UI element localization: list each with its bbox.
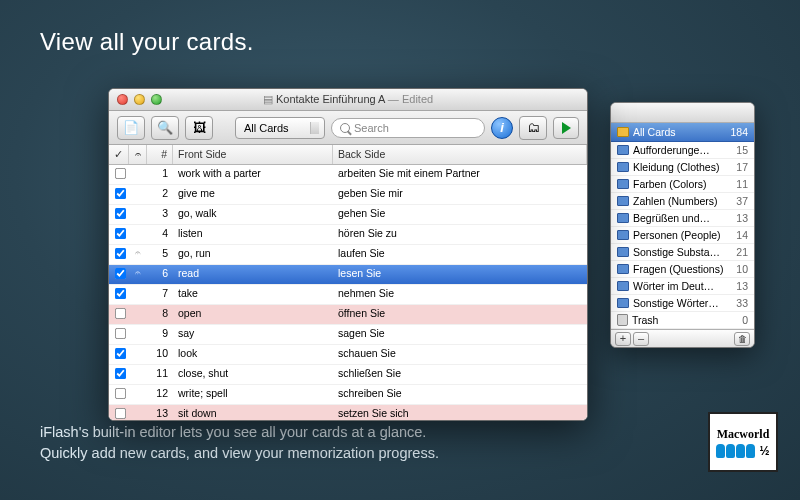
row-number: 6 (147, 265, 173, 284)
row-front[interactable]: give me (173, 185, 333, 204)
row-checkbox[interactable] (115, 308, 126, 319)
col-front[interactable]: Front Side (173, 145, 333, 164)
row-checkbox[interactable] (115, 208, 126, 219)
decks-titlebar[interactable] (611, 103, 754, 123)
row-back[interactable]: nehmen Sie (333, 285, 587, 304)
deck-item[interactable]: Sonstige Wörter…33 (611, 295, 754, 312)
deck-item[interactable]: Zahlen (Numbers)37 (611, 193, 754, 210)
row-clip (129, 365, 147, 384)
row-front[interactable]: read (173, 265, 333, 284)
row-back[interactable]: laufen Sie (333, 245, 587, 264)
deck-count: 10 (736, 263, 748, 275)
view-mode-button[interactable]: 🔍 (151, 116, 179, 140)
row-front[interactable]: go, run (173, 245, 333, 264)
row-front[interactable]: look (173, 345, 333, 364)
col-back[interactable]: Back Side (333, 145, 587, 164)
deck-count: 13 (736, 212, 748, 224)
row-back[interactable]: setzen Sie sich (333, 405, 587, 420)
decks-trash[interactable]: Trash 0 (611, 312, 754, 329)
study-button[interactable]: 🗂 (519, 116, 547, 140)
col-number[interactable]: # (147, 145, 173, 164)
row-back[interactable]: schreiben Sie (333, 385, 587, 404)
table-row[interactable]: 𝄐5go, runlaufen Sie (109, 245, 587, 265)
row-checkbox[interactable] (115, 348, 126, 359)
search-icon (340, 123, 350, 133)
subtext-line-2: Quickly add new cards, and view your mem… (40, 443, 439, 465)
row-checkbox[interactable] (115, 288, 126, 299)
row-clip (129, 345, 147, 364)
row-clip: 𝄐 (129, 265, 147, 284)
row-front[interactable]: work with a parter (173, 165, 333, 184)
deck-item[interactable]: Farben (Colors)11 (611, 176, 754, 193)
editor-window: ▤ Kontakte Einführung A — Edited 📄 🔍 🖼 A… (108, 88, 588, 421)
deck-label: Wörter im Deut… (633, 280, 714, 292)
row-back[interactable]: hören Sie zu (333, 225, 587, 244)
table-header: ✓ 𝄐 # Front Side Back Side (109, 145, 587, 165)
row-back[interactable]: geben Sie mir (333, 185, 587, 204)
row-checkbox[interactable] (115, 168, 126, 179)
search-input[interactable]: Search (331, 118, 485, 138)
row-back[interactable]: schließen Sie (333, 365, 587, 384)
row-back[interactable]: gehen Sie (333, 205, 587, 224)
table-row[interactable]: 8openöffnen Sie (109, 305, 587, 325)
deck-item[interactable]: Begrüßen und…13 (611, 210, 754, 227)
window-edited-label: — Edited (385, 93, 433, 105)
deck-item[interactable]: Sonstige Substa…21 (611, 244, 754, 261)
table-row[interactable]: 11close, shutschließen Sie (109, 365, 587, 385)
row-back[interactable]: arbeiten Sie mit einem Partner (333, 165, 587, 184)
row-back[interactable]: sagen Sie (333, 325, 587, 344)
folder-icon (617, 264, 629, 274)
table-row[interactable]: 2give megeben Sie mir (109, 185, 587, 205)
table-row[interactable]: 4listenhören Sie zu (109, 225, 587, 245)
row-front[interactable]: listen (173, 225, 333, 244)
new-card-button[interactable]: 📄 (117, 116, 145, 140)
col-check[interactable]: ✓ (109, 145, 129, 164)
deck-filter-popup[interactable]: All Cards ▴▾ (235, 117, 325, 139)
deck-item[interactable]: Aufforderunge…15 (611, 142, 754, 159)
deck-item[interactable]: Personen (People)14 (611, 227, 754, 244)
row-checkbox[interactable] (115, 408, 126, 419)
row-checkbox[interactable] (115, 328, 126, 339)
row-checkbox[interactable] (115, 368, 126, 379)
row-front[interactable]: write; spell (173, 385, 333, 404)
table-row[interactable]: 10lookschauen Sie (109, 345, 587, 365)
media-button[interactable]: 🖼 (185, 116, 213, 140)
row-front[interactable]: take (173, 285, 333, 304)
row-front[interactable]: go, walk (173, 205, 333, 224)
folder-icon (617, 298, 629, 308)
table-row[interactable]: 9saysagen Sie (109, 325, 587, 345)
col-attachment[interactable]: 𝄐 (129, 145, 147, 164)
remove-deck-button[interactable]: – (633, 332, 649, 346)
table-row[interactable]: 7takenehmen Sie (109, 285, 587, 305)
window-titlebar[interactable]: ▤ Kontakte Einführung A — Edited (109, 89, 587, 111)
info-button[interactable]: i (491, 117, 513, 139)
row-clip (129, 165, 147, 184)
row-checkbox[interactable] (115, 248, 126, 259)
row-checkbox[interactable] (115, 388, 126, 399)
mouse-icon (736, 444, 745, 458)
play-button[interactable] (553, 117, 579, 139)
row-checkbox[interactable] (115, 188, 126, 199)
row-front[interactable]: sit down (173, 405, 333, 420)
row-front[interactable]: say (173, 325, 333, 344)
toolbar: 📄 🔍 🖼 All Cards ▴▾ Search i 🗂 (109, 111, 587, 145)
row-back[interactable]: lesen Sie (333, 265, 587, 284)
table-row[interactable]: 3go, walkgehen Sie (109, 205, 587, 225)
row-back[interactable]: schauen Sie (333, 345, 587, 364)
deck-item[interactable]: Kleidung (Clothes)17 (611, 159, 754, 176)
add-deck-button[interactable]: + (615, 332, 631, 346)
table-row[interactable]: 12write; spellschreiben Sie (109, 385, 587, 405)
decks-all-cards[interactable]: All Cards 184 (611, 123, 754, 142)
row-checkbox[interactable] (115, 228, 126, 239)
grid-icon: 🔍 (157, 120, 173, 135)
table-row[interactable]: 13sit downsetzen Sie sich (109, 405, 587, 420)
row-back[interactable]: öffnen Sie (333, 305, 587, 324)
row-front[interactable]: close, shut (173, 365, 333, 384)
table-row[interactable]: 1work with a parterarbeiten Sie mit eine… (109, 165, 587, 185)
deck-item[interactable]: Fragen (Questions)10 (611, 261, 754, 278)
row-checkbox[interactable] (115, 268, 126, 279)
deck-action-button[interactable]: 🗑 (734, 332, 750, 346)
deck-item[interactable]: Wörter im Deut…13 (611, 278, 754, 295)
table-row[interactable]: 𝄐6readlesen Sie (109, 265, 587, 285)
row-front[interactable]: open (173, 305, 333, 324)
